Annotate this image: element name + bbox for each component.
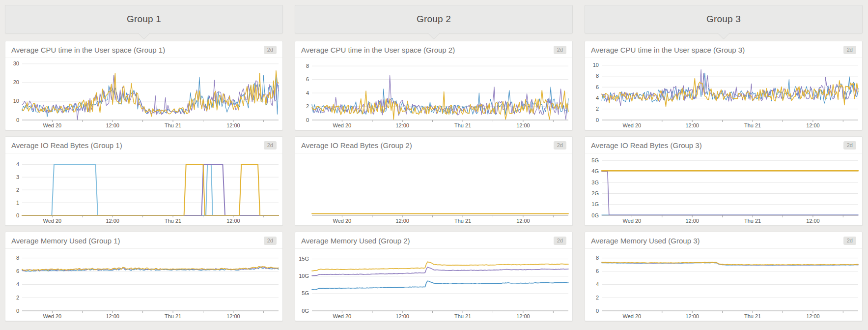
chart-header: Average IO Read Bytes (Group 1) 2d [5,137,282,153]
chart-header: Average CPU time in the User space (Grou… [585,41,862,58]
time-range-badge[interactable]: 2d [264,141,277,150]
svg-text:4G: 4G [591,168,599,174]
svg-text:Thu 21: Thu 21 [744,122,761,128]
svg-text:5G: 5G [302,290,309,296]
svg-text:30: 30 [13,60,19,66]
time-range-badge[interactable]: 2d [264,46,277,54]
svg-text:4: 4 [16,161,19,167]
svg-text:10G: 10G [299,273,309,279]
svg-text:6: 6 [596,84,599,90]
svg-text:12:00: 12:00 [516,218,530,224]
svg-text:0G: 0G [302,308,309,314]
chart-canvas[interactable]: 0246810Wed 2012:00Thu 2112:00 [585,58,862,130]
svg-text:0: 0 [16,212,19,218]
chart-canvas[interactable]: 02468Wed 2012:00Thu 2112:00 [585,249,862,321]
svg-text:12:00: 12:00 [226,218,240,224]
svg-text:12:00: 12:00 [685,122,699,128]
chart-title: Average IO Read Bytes (Group 2) [301,141,412,150]
svg-text:12:00: 12:00 [685,313,699,319]
svg-text:2: 2 [306,103,309,109]
chart-canvas[interactable]: 02468Wed 2012:00Thu 2112:00 [5,249,282,321]
panel-stack: Average CPU time in the User space (Grou… [5,41,283,321]
time-range-badge[interactable]: 2d [554,46,566,54]
svg-text:12:00: 12:00 [226,313,240,319]
chart-panel: Average CPU time in the User space (Grou… [295,41,573,130]
svg-text:0: 0 [596,308,599,314]
svg-text:1G: 1G [591,201,599,207]
svg-text:3: 3 [16,174,19,180]
dashboard-column: Group 2 Average CPU time in the User spa… [295,5,573,327]
svg-text:Thu 21: Thu 21 [454,313,471,319]
svg-text:3G: 3G [591,180,599,185]
chart-header: Average Memory Used (Group 3) 2d [585,232,862,249]
svg-text:0G: 0G [591,212,599,218]
svg-text:12:00: 12:00 [395,313,409,319]
svg-text:5G: 5G [591,157,599,163]
svg-text:4: 4 [596,95,599,101]
svg-text:0: 0 [16,117,19,123]
chart-canvas[interactable]: Wed 2012:00Thu 2112:00 [295,153,572,225]
group-title: Group 1 [127,14,161,25]
svg-text:Thu 21: Thu 21 [744,218,761,224]
chart-title: Average Memory Used (Group 2) [301,237,410,245]
time-range-badge[interactable]: 2d [554,141,566,150]
group-header[interactable]: Group 2 [295,5,573,33]
svg-text:0: 0 [16,308,19,314]
group-header[interactable]: Group 1 [5,5,283,33]
svg-text:Thu 21: Thu 21 [165,218,181,224]
chart-header: Average Memory Used (Group 2) 2d [295,232,572,249]
time-range-badge[interactable]: 2d [554,237,566,245]
svg-text:12:00: 12:00 [806,313,820,319]
svg-text:0: 0 [596,117,599,123]
chart-panel: Average IO Read Bytes (Group 3) 2d 0G1G2… [585,136,863,226]
chart-title: Average Memory Used (Group 1) [11,237,120,245]
time-range-badge[interactable]: 2d [264,237,277,245]
svg-text:12:00: 12:00 [806,122,820,128]
svg-text:Thu 21: Thu 21 [165,313,181,319]
svg-text:Thu 21: Thu 21 [454,122,471,128]
chart-canvas[interactable]: 02468Wed 2012:00Thu 2112:00 [295,58,572,130]
chart-title: Average Memory Used (Group 3) [591,237,700,245]
chart-canvas[interactable]: 0102030Wed 2012:00Thu 2112:00 [5,58,282,130]
svg-text:2: 2 [16,295,19,300]
svg-text:Wed 20: Wed 20 [623,218,642,224]
svg-text:Thu 21: Thu 21 [454,218,471,224]
chart-canvas[interactable]: 0G5G10G15GWed 2012:00Thu 2112:00 [295,249,572,321]
svg-text:4: 4 [16,281,19,287]
svg-text:12:00: 12:00 [395,122,409,128]
time-range-badge[interactable]: 2d [843,46,856,54]
svg-text:12:00: 12:00 [516,313,530,319]
svg-text:8: 8 [16,255,19,261]
svg-text:12:00: 12:00 [226,122,240,128]
chart-panel: Average IO Read Bytes (Group 1) 2d 01234… [5,136,283,226]
svg-text:4: 4 [596,281,599,287]
svg-text:10: 10 [13,98,19,104]
chart-title: Average IO Read Bytes (Group 3) [591,141,702,150]
svg-text:4: 4 [306,90,309,96]
svg-text:2: 2 [16,187,19,193]
svg-text:12:00: 12:00 [806,218,820,224]
svg-text:Wed 20: Wed 20 [623,313,642,319]
time-range-badge[interactable]: 2d [843,141,856,150]
chart-title: Average CPU time in the User space (Grou… [591,46,745,54]
chart-panel: Average Memory Used (Group 3) 2d 02468We… [585,232,863,321]
svg-text:2G: 2G [591,190,599,196]
svg-text:2: 2 [596,106,599,112]
svg-text:8: 8 [306,63,309,69]
svg-text:10: 10 [593,62,599,68]
chart-header: Average IO Read Bytes (Group 2) 2d [295,137,572,153]
svg-text:8: 8 [596,255,599,261]
chart-canvas[interactable]: 01234Wed 2012:00Thu 2112:00 [5,153,282,225]
group-title: Group 2 [417,14,451,25]
svg-text:Wed 20: Wed 20 [43,218,62,224]
group-header[interactable]: Group 3 [585,5,863,33]
chart-title: Average CPU time in the User space (Grou… [301,46,455,54]
chart-panel: Average IO Read Bytes (Group 2) 2d Wed 2… [295,136,573,226]
dashboard: { "page": {"background": "#edecea"}, "pa… [0,0,868,330]
svg-text:Wed 20: Wed 20 [333,313,352,319]
svg-text:Wed 20: Wed 20 [43,313,62,319]
svg-text:12:00: 12:00 [106,313,119,319]
svg-text:Thu 21: Thu 21 [165,122,181,128]
chart-canvas[interactable]: 0G1G2G3G4G5GWed 2012:00Thu 2112:00 [585,153,862,225]
time-range-badge[interactable]: 2d [843,237,856,245]
